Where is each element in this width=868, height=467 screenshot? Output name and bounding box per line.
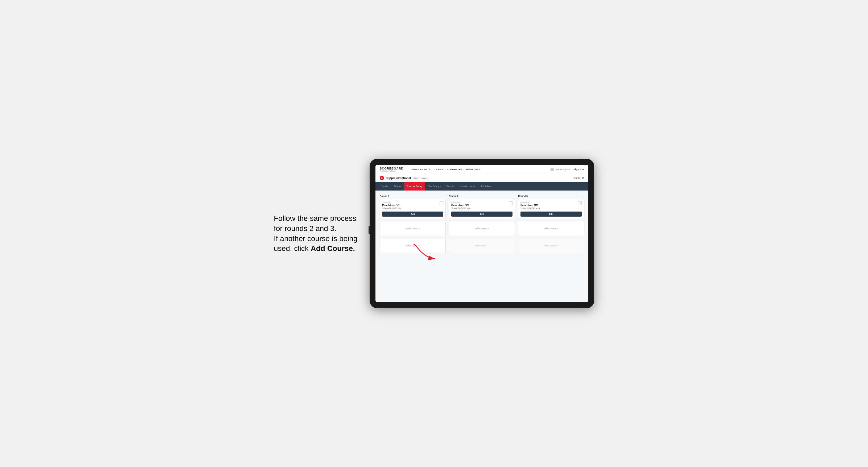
edit-course-r1[interactable]: Edit <box>382 212 443 217</box>
logo-area: SCOREBOARD Powered by clippd <box>380 167 403 172</box>
rounds-grid: Round 1 (Course A) Peachtree GC Yellow (… <box>380 195 584 255</box>
main-content: Round 1 (Course A) Peachtree GC Yellow (… <box>375 190 588 302</box>
round-2-course-card: (Course A) Peachtree GC Yellow (M) (6629… <box>449 199 515 219</box>
round-2-title: Round 2 <box>449 195 515 197</box>
tab-course-setup[interactable]: Course Setup <box>404 182 425 190</box>
hosting-badge: Hosting <box>421 177 428 179</box>
add-course-plus-r2-2: + <box>488 244 489 247</box>
round-3-course-card: (Course A) Peachtree GC Yellow (M) (6629… <box>518 199 584 219</box>
course-detail-r1: Yellow (M) (6629 yds) <box>382 207 440 210</box>
instruction-line1: Follow the same process for rounds 2 and… <box>274 214 358 252</box>
sub-header: C Clippd Invitational Men Hosting Cancel… <box>375 174 588 182</box>
delete-course-r2[interactable]: □ <box>509 201 513 205</box>
add-course-r2-slot2: Add Course + <box>449 238 515 253</box>
add-course-plus-r1-1: + <box>418 227 420 230</box>
round-3-title: Round 3 <box>518 195 584 197</box>
add-course-label-r3-2: Add Course <box>544 244 556 247</box>
add-course-plus-r1-2: + <box>418 244 420 247</box>
tab-teams[interactable]: Teams <box>392 182 404 190</box>
course-info-r2: (Course A) Peachtree GC Yellow (M) (6629… <box>451 201 509 211</box>
nav-rankings[interactable]: RANKINGS <box>466 168 480 171</box>
course-card-header: (Course A) Peachtree GC Yellow (M) (6629… <box>382 201 443 211</box>
nav-divider: | <box>571 168 572 170</box>
add-course-label-r1-1: Add Course <box>406 227 417 230</box>
add-course-r3-slot1[interactable]: Add Course + <box>518 221 584 236</box>
course-info-r3: (Course A) Peachtree GC Yellow (M) (6629… <box>521 201 578 211</box>
sign-out-link[interactable]: Sign out <box>574 168 584 171</box>
delete-course-r3[interactable]: □ <box>578 201 582 205</box>
tab-leaderboards[interactable]: Leaderboards <box>458 182 478 190</box>
course-name-r2: Peachtree GC <box>451 204 509 207</box>
tab-printables[interactable]: Printables <box>478 182 494 190</box>
user-email: blair@clippd.io <box>556 168 570 170</box>
add-course-plus-r3-2: + <box>557 244 558 247</box>
add-course-text-r1-2: Add Course + <box>406 244 420 247</box>
round-2-column: Round 2 (Course A) Peachtree GC Yellow (… <box>449 195 515 255</box>
cancel-label: Cancel <box>574 177 581 179</box>
page-wrapper: Follow the same process for rounds 2 and… <box>5 159 863 308</box>
add-course-label-r2-1: Add Course <box>475 227 487 230</box>
course-detail-r3: Yellow (M) (6629 yds) <box>521 207 578 210</box>
nav-right: blair@clippd.io | Sign out <box>550 168 584 172</box>
cancel-x-icon: ✕ <box>582 177 584 179</box>
tablet-screen: SCOREBOARD Powered by clippd TOURNAMENTS… <box>375 165 588 302</box>
add-course-r2-slot1[interactable]: Add Course + <box>449 221 515 236</box>
add-course-r1-slot2[interactable]: Add Course + <box>380 238 446 253</box>
round-1-course-card: (Course A) Peachtree GC Yellow (M) (6629… <box>380 199 446 219</box>
edit-course-r3[interactable]: Edit <box>521 212 582 217</box>
delete-course-r1[interactable]: □ <box>440 201 443 205</box>
round-1-column: Round 1 (Course A) Peachtree GC Yellow (… <box>380 195 446 255</box>
top-nav: SCOREBOARD Powered by clippd TOURNAMENTS… <box>375 165 588 174</box>
add-course-label-r3-1: Add Course <box>544 227 556 230</box>
course-name-r1: Peachtree GC <box>382 204 440 207</box>
tabs-bar: Details Teams Course Setup Tee Groups Re… <box>375 182 588 190</box>
user-avatar <box>550 168 554 172</box>
add-course-text-r3-1: Add Course + <box>544 227 558 230</box>
add-course-text-r3-2: Add Course + <box>544 244 558 247</box>
course-name-r3: Peachtree GC <box>521 204 578 207</box>
add-course-r3-slot2: Add Course + <box>518 238 584 253</box>
tab-tee-groups[interactable]: Tee Groups <box>426 182 443 190</box>
logo-scoreboard: SCOREBOARD <box>380 167 403 170</box>
course-a-label-r1: (Course A) <box>382 201 440 203</box>
edit-course-r2[interactable]: Edit <box>451 212 513 217</box>
cancel-button[interactable]: Cancel ✕ <box>574 177 584 179</box>
tournament-name: Clippd Invitational <box>385 177 411 180</box>
add-course-text-r2-1: Add Course + <box>475 227 489 230</box>
nav-committee[interactable]: COMMITTEE <box>447 168 463 171</box>
add-course-text-r1-1: Add Course + <box>406 227 420 230</box>
course-card-header-r3: (Course A) Peachtree GC Yellow (M) (6629… <box>521 201 582 211</box>
instruction-text: Follow the same process for rounds 2 and… <box>274 213 359 254</box>
clippd-icon: C <box>380 176 384 180</box>
tablet-side-button <box>369 226 370 234</box>
add-course-r1-slot1[interactable]: Add Course + <box>380 221 446 236</box>
add-course-label-r1-2: Add Course <box>406 244 417 247</box>
course-card-header-r2: (Course A) Peachtree GC Yellow (M) (6629… <box>451 201 513 211</box>
course-a-label-r3: (Course A) <box>521 201 578 203</box>
sub-header-left: C Clippd Invitational Men Hosting <box>380 176 428 180</box>
course-detail-r2: Yellow (M) (6629 yds) <box>451 207 509 210</box>
nav-tournaments[interactable]: TOURNAMENTS <box>410 168 430 171</box>
course-a-label-r2: (Course A) <box>451 201 509 203</box>
tab-results[interactable]: Results <box>444 182 457 190</box>
add-course-plus-r2-1: + <box>488 227 489 230</box>
nav-teams[interactable]: TEAMS <box>434 168 443 171</box>
round-1-title: Round 1 <box>380 195 446 197</box>
tablet-shell: SCOREBOARD Powered by clippd TOURNAMENTS… <box>370 159 594 308</box>
men-badge: Men <box>412 177 420 180</box>
add-course-text-r2-2: Add Course + <box>475 244 489 247</box>
add-course-label-r2-2: Add Course <box>475 244 487 247</box>
tab-details[interactable]: Details <box>378 182 391 190</box>
add-course-plus-r3-1: + <box>557 227 558 230</box>
course-info: (Course A) Peachtree GC Yellow (M) (6629… <box>382 201 440 211</box>
nav-links: TOURNAMENTS TEAMS COMMITTEE RANKINGS <box>410 168 546 171</box>
logo-sub: Powered by clippd <box>380 170 403 172</box>
round-3-column: Round 3 (Course A) Peachtree GC Yellow (… <box>518 195 584 255</box>
